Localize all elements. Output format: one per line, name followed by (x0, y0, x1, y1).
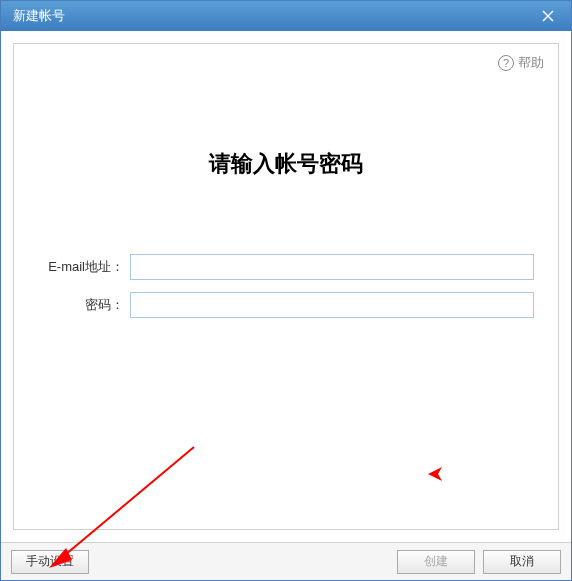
close-button[interactable] (533, 6, 563, 26)
close-icon (542, 10, 554, 22)
inner-panel: ? 帮助 请输入帐号密码 E-mail地址： 密码： (13, 43, 559, 530)
password-label: 密码： (38, 296, 130, 314)
help-icon: ? (498, 55, 514, 71)
window-title: 新建帐号 (13, 7, 65, 25)
manual-settings-button[interactable]: 手动设置 (11, 550, 89, 574)
annotation-caret-icon (424, 464, 454, 484)
email-label: E-mail地址： (38, 258, 130, 276)
password-field[interactable] (130, 292, 534, 318)
titlebar: 新建帐号 (1, 1, 571, 31)
create-button[interactable]: 创建 (397, 550, 475, 574)
new-account-dialog: 新建帐号 ? 帮助 请输入帐号密码 E-mail地址： 密码： (0, 0, 572, 581)
account-form: E-mail地址： 密码： (14, 254, 558, 318)
content-area: ? 帮助 请输入帐号密码 E-mail地址： 密码： (1, 31, 571, 542)
password-row: 密码： (38, 292, 534, 318)
button-bar: 手动设置 创建 取消 (1, 542, 571, 580)
help-label: 帮助 (518, 54, 544, 72)
page-heading: 请输入帐号密码 (14, 149, 558, 179)
cancel-button[interactable]: 取消 (483, 550, 561, 574)
help-link[interactable]: ? 帮助 (498, 54, 544, 72)
email-row: E-mail地址： (38, 254, 534, 280)
email-field[interactable] (130, 254, 534, 280)
svg-marker-4 (428, 467, 442, 481)
